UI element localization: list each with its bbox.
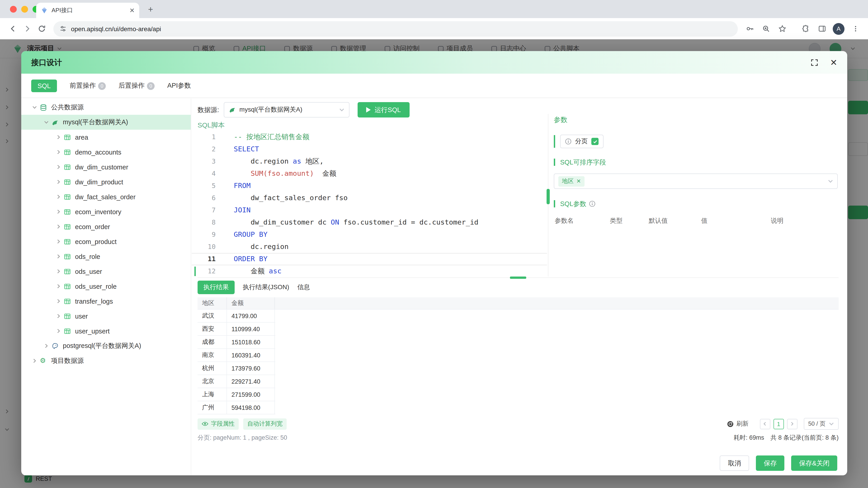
tree-node-mysql[interactable]: mysql(平台数据网关A): [21, 115, 191, 130]
tree-node-table[interactable]: user_upsert: [21, 324, 191, 338]
code-line[interactable]: 1-- 按地区汇总销售金额: [192, 131, 547, 143]
field-props-button[interactable]: 字段属性: [197, 418, 239, 429]
code-line[interactable]: 9GROUP BY: [192, 229, 547, 241]
fullscreen-expand-icon[interactable]: [811, 59, 818, 66]
page-size-select[interactable]: 50 / 页: [804, 418, 839, 430]
chevron-right-icon[interactable]: [56, 209, 64, 214]
chevron-right-icon[interactable]: [56, 314, 64, 319]
code-line[interactable]: 8 dw_dim_customer dc ON fso.customer_id …: [192, 217, 547, 229]
table-icon: [64, 208, 71, 215]
tree-node-table[interactable]: dw_fact_sales_order: [21, 189, 191, 204]
address-bar[interactable]: open.apisql.cn/ui/demo-area/api: [53, 21, 738, 36]
tab-post-operations[interactable]: 后置操作0: [119, 81, 155, 90]
code-line[interactable]: 3 dc.region as 地区,: [192, 156, 547, 168]
tree-node-table[interactable]: dw_dim_product: [21, 174, 191, 189]
datasource-select[interactable]: mysql(平台数据网关A): [223, 102, 349, 118]
extensions-icon[interactable]: [798, 22, 813, 36]
side-panel-icon[interactable]: [815, 22, 829, 36]
save-button[interactable]: 保存: [756, 455, 784, 471]
tree-node-project-datasource[interactable]: ⚙项目数据源: [21, 353, 191, 368]
horizontal-splitter-handle[interactable]: [510, 276, 526, 279]
results-tab[interactable]: 信息: [297, 283, 310, 291]
code-line[interactable]: 5FROM: [192, 180, 547, 192]
chevron-right-icon[interactable]: [56, 284, 64, 289]
chevron-right-icon[interactable]: [56, 299, 64, 304]
tab-sql[interactable]: SQL: [31, 79, 57, 92]
chevron-right-icon[interactable]: [56, 150, 64, 155]
window-minimize-button[interactable]: [21, 6, 28, 13]
code-line[interactable]: 7JOIN: [192, 204, 547, 217]
browser-tab[interactable]: API接口 ✕: [36, 3, 139, 18]
zoom-icon[interactable]: [758, 22, 773, 36]
chevron-down-icon[interactable]: [32, 105, 40, 110]
tree-node-table[interactable]: dw_dim_customer: [21, 160, 191, 174]
window-close-button[interactable]: [10, 6, 17, 13]
paging-chip[interactable]: 分页: [560, 135, 603, 148]
tree-node-table[interactable]: ods_user_role: [21, 279, 191, 294]
chevron-down-icon[interactable]: [44, 120, 52, 125]
tab-close-icon[interactable]: ✕: [129, 7, 135, 13]
code-line[interactable]: 4 SUM(fso.amount) 金额: [192, 168, 547, 180]
tree-node-table[interactable]: user: [21, 308, 191, 324]
sql-editor[interactable]: 1-- 按地区汇总销售金额2SELECT3 dc.region as 地区,4 …: [192, 131, 547, 278]
reload-icon[interactable]: [34, 22, 49, 36]
tree-node-postgresql[interactable]: postgresql(平台数据网关A): [21, 338, 191, 353]
code-line[interactable]: 6 dw_fact_sales_order fso: [192, 192, 547, 204]
site-info-icon[interactable]: [60, 25, 66, 32]
back-icon[interactable]: [5, 22, 20, 36]
tag-close-icon[interactable]: ✕: [577, 178, 581, 184]
next-page-button[interactable]: [787, 419, 797, 429]
chevron-right-icon[interactable]: [56, 180, 64, 184]
auto-width-button[interactable]: 自动计算列宽: [243, 418, 287, 429]
tree-node-table[interactable]: ecom_inventory: [21, 204, 191, 219]
tree-node-table[interactable]: ecom_order: [21, 219, 191, 234]
passwords-icon[interactable]: [742, 22, 757, 36]
save-close-button[interactable]: 保存&关闭: [792, 455, 837, 471]
bookmark-star-icon[interactable]: [775, 22, 789, 36]
code-line[interactable]: 10 dc.region: [192, 241, 547, 253]
tree-node-table[interactable]: demo_accounts: [21, 144, 191, 160]
code-line[interactable]: 2SELECT: [192, 143, 547, 156]
tree-node-label: transfer_logs: [75, 297, 113, 305]
results-tab[interactable]: 执行结果(JSON): [243, 283, 289, 291]
chevron-right-icon[interactable]: [56, 239, 64, 244]
vertical-splitter-handle[interactable]: [547, 189, 550, 204]
code-line[interactable]: 11ORDER BY: [192, 253, 547, 265]
amount-cell: 41799.00: [227, 310, 275, 322]
chevron-right-icon[interactable]: [56, 135, 64, 140]
prev-page-button[interactable]: [760, 419, 770, 429]
chevron-right-icon[interactable]: [56, 254, 64, 259]
current-page[interactable]: 1: [773, 419, 784, 429]
close-icon[interactable]: ✕: [830, 58, 837, 67]
tree-node-table[interactable]: ods_user: [21, 264, 191, 279]
tree-node-table[interactable]: ecom_product: [21, 234, 191, 249]
menu-kebab-icon[interactable]: [848, 22, 863, 36]
tree-node-table[interactable]: transfer_logs: [21, 294, 191, 308]
region-cell: 成都: [197, 336, 227, 348]
tree-node-table[interactable]: area: [21, 130, 191, 144]
tree-node-public-datasource[interactable]: 公共数据源: [21, 100, 191, 115]
tab-pre-operations[interactable]: 前置操作0: [70, 81, 106, 90]
chevron-right-icon[interactable]: [56, 269, 64, 274]
chevron-right-icon[interactable]: [56, 164, 64, 169]
code-line[interactable]: 12 金额 asc: [192, 265, 547, 278]
chevron-right-icon[interactable]: [44, 344, 52, 348]
forward-icon[interactable]: [20, 22, 34, 36]
refresh-button[interactable]: 刷新: [727, 420, 748, 428]
run-sql-button[interactable]: 运行SQL: [358, 102, 409, 118]
sortable-fields-select[interactable]: 地区 ✕: [554, 173, 838, 189]
tab-api-params[interactable]: API参数: [167, 81, 191, 90]
chevron-right-icon[interactable]: [32, 358, 40, 363]
chevron-right-icon[interactable]: [56, 194, 64, 199]
new-tab-button[interactable]: +: [145, 4, 156, 15]
results-tab[interactable]: 执行结果: [197, 281, 235, 294]
url-text: open.apisql.cn/ui/demo-area/api: [71, 25, 161, 32]
tree-node-table[interactable]: ods_role: [21, 249, 191, 264]
cancel-button[interactable]: 取消: [720, 455, 749, 471]
paging-checkbox[interactable]: [591, 138, 598, 145]
region-tag[interactable]: 地区 ✕: [558, 176, 585, 186]
refresh-icon: [727, 420, 734, 427]
chevron-right-icon[interactable]: [56, 328, 64, 333]
browser-avatar[interactable]: A: [833, 23, 844, 35]
chevron-right-icon[interactable]: [56, 224, 64, 229]
